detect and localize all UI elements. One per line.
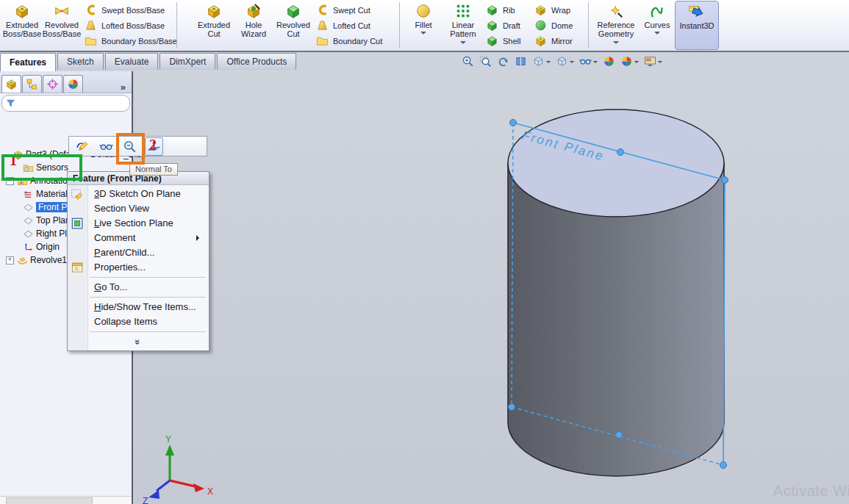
swept-cut-button[interactable]: Swept Cut [316,3,393,17]
mirror-button[interactable]: Mirror [534,34,581,48]
menu-item-3d-sketch-on-plane[interactable]: 3D Sketch On Plane [68,187,209,201]
panel-horizontal-scrollbar[interactable] [0,496,132,504]
button-label: Linear Pattern [444,21,482,39]
reference-geometry-button[interactable]: Reference Geometry [592,1,640,50]
tree-filter [1,95,130,112]
double-chevron-down-icon: » [132,339,143,344]
boundary-cut-button[interactable]: Boundary Cut [316,34,393,48]
show-hide-button[interactable] [98,138,115,155]
propertymanager-icon [46,78,59,90]
menu-item-properties[interactable]: Properties... [68,260,209,275]
menu-item-comment[interactable]: Comment [68,231,209,245]
tab-features[interactable]: Features [0,53,56,71]
tree-item-label: Origin [36,242,60,252]
menu-item-live-section-plane[interactable]: Live Section Plane [68,216,209,231]
featuremanager-tab[interactable] [1,75,21,93]
tree-item-top-plane[interactable]: Top Plane [13,214,75,227]
shell-button[interactable]: Shell [486,34,529,48]
button-label: Fillet [415,21,431,29]
extruded-boss-base-button[interactable]: Extruded Boss/Base [2,1,42,50]
activate-windows-watermark: Activate Win [773,483,849,500]
ribbon-separator [399,2,400,48]
extruded-cut-button[interactable]: Extruded Cut [194,1,234,50]
dome-button[interactable]: Dome [534,18,581,32]
display-style-button[interactable] [556,55,574,68]
tree-item-origin[interactable]: Origin [13,240,60,253]
tree-item-material[interactable]: Material < [13,187,75,201]
hide-show-items-icon [579,55,592,68]
button-label: Rib [503,6,515,15]
menu-item-parent-child[interactable]: Parent/Child... [68,245,209,260]
propertymanager-tab[interactable] [43,75,62,93]
previous-view-button[interactable] [497,55,509,68]
edit-sketch-button[interactable] [74,138,91,155]
boundary-boss-base-button[interactable]: Boundary Boss/Base [85,34,170,48]
configurationmanager-tab[interactable] [22,75,42,93]
revolved-boss-base-button[interactable]: Revolved Boss/Base [42,1,82,50]
dropdown-arrow-icon[interactable] [654,32,660,37]
ribbon-separator [176,2,177,48]
section-view-icon [515,55,527,68]
tab-sketch[interactable]: Sketch [57,53,104,70]
axis-y-label: Y [165,434,171,444]
menu-item-collapse-items[interactable]: Collapse Items [68,314,209,329]
instant3d-button[interactable]: Instant3D [675,1,719,50]
zoom-to-fit-icon [462,55,474,68]
rib-button[interactable]: Rib [486,3,529,17]
fillet-button[interactable]: Fillet [404,1,443,50]
zoom-to-fit-button[interactable] [462,55,474,68]
draft-button[interactable]: Draft [486,18,529,32]
button-label: Boundary Boss/Base [101,37,177,46]
wrap-button[interactable]: Wrap [534,3,581,17]
shell-icon [486,35,498,47]
menu-item-section-view[interactable]: Section View [68,201,209,216]
submenu-arrow-icon [196,235,202,241]
revolved-boss-icon [54,3,70,19]
revolved-cut-icon [285,3,301,19]
view-orientation-button[interactable] [532,55,551,68]
lofted-boss-base-button[interactable]: Lofted Boss/Base [85,18,170,32]
tab-office-products[interactable]: Office Products [217,53,296,70]
apply-scene-button[interactable] [620,55,639,68]
menu-item-go-to[interactable]: Go To... [68,280,209,295]
lofted-cut-button[interactable]: Lofted Cut [316,18,393,32]
revolved-cut-button[interactable]: Revolved Cut [273,1,313,50]
dropdown-arrow-icon[interactable] [546,61,551,65]
ribbon-group-pattern: Fillet Linear Pattern Rib Draft [401,0,587,51]
curves-button[interactable]: Curves [640,1,675,50]
swept-boss-icon [85,4,97,16]
menu-item-hide-show-tree-items[interactable]: Hide/Show Tree Items... [68,300,209,314]
view-settings-button[interactable] [644,55,662,68]
ribbon-separator [588,2,589,48]
dropdown-arrow-icon[interactable] [613,41,619,47]
dropdown-arrow-icon[interactable] [460,41,466,47]
tab-label: Office Products [226,57,287,67]
tree-filter-input[interactable] [18,98,126,109]
wrap-icon [534,4,547,16]
tab-evaluate[interactable]: Evaluate [105,53,159,70]
swept-boss-base-button[interactable]: Swept Boss/Base [85,3,170,17]
tree-item-revolve1[interactable]: + Revolve1 [6,253,67,267]
edit-appearance-button[interactable] [603,55,615,68]
section-view-button[interactable] [515,55,527,68]
button-label: Revolved Cut [274,21,312,39]
dropdown-arrow-icon[interactable] [658,61,662,65]
plane-icon [23,202,34,213]
scrollbar-thumb[interactable] [6,497,93,504]
graphics-area[interactable]: Front Plane Y X Z Activate Win [135,71,849,504]
dropdown-arrow-icon[interactable] [634,61,639,65]
swept-cut-icon [316,4,329,16]
dropdown-arrow-icon[interactable] [593,61,598,65]
hide-show-items-button[interactable] [579,55,598,68]
menu-expand-button[interactable]: » [68,334,209,349]
cylinder-top-face[interactable] [508,109,724,217]
panel-expand-chevron-icon[interactable]: » [121,82,126,93]
zoom-to-area-button[interactable] [479,55,492,68]
displaymanager-tab[interactable] [63,75,83,93]
linear-pattern-button[interactable]: Linear Pattern [443,1,483,50]
dropdown-arrow-icon[interactable] [570,61,574,65]
tab-dimxpert[interactable]: DimXpert [160,53,215,70]
dropdown-arrow-icon[interactable] [420,32,426,37]
hole-wizard-button[interactable]: Hole Wizard [234,1,273,50]
expander-icon[interactable]: + [6,256,14,264]
